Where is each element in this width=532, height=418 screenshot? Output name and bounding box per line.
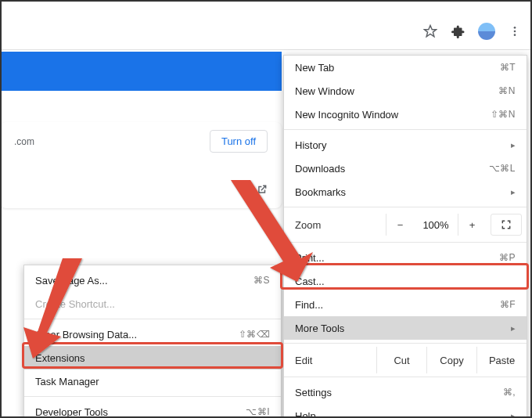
menu-item-label: Save Page As...	[35, 275, 253, 286]
shortcut-text: ⌘T	[500, 62, 516, 73]
menu-bookmarks[interactable]: Bookmarks ▸	[284, 180, 527, 204]
menu-new-incognito[interactable]: New Incognito Window ⇧⌘N	[284, 103, 527, 126]
menu-item-label: New Tab	[295, 62, 500, 74]
puzzle-icon[interactable]	[448, 20, 469, 42]
menu-separator	[284, 377, 527, 377]
menu-item-label: Bookmarks	[295, 186, 511, 198]
svg-marker-0	[425, 25, 437, 36]
menu-separator	[284, 343, 527, 344]
copy-button[interactable]: Copy	[426, 347, 476, 373]
menu-separator	[24, 396, 281, 397]
partial-domain-text: .com	[14, 136, 34, 147]
menu-separator	[24, 319, 281, 319]
shortcut-text: ⇧⌘N	[491, 109, 516, 120]
zoom-in-button[interactable]: +	[458, 214, 486, 236]
content-card: .com Turn off	[0, 122, 282, 208]
browser-toolbar	[0, 13, 532, 50]
menu-item-label: Print...	[295, 252, 499, 264]
shortcut-text: ⇧⌘⌫	[239, 329, 271, 340]
menu-find[interactable]: Find... ⌘F	[284, 293, 527, 316]
more-tools-submenu: Save Page As... ⌘S Create Shortcut... Cl…	[23, 265, 282, 418]
menu-separator	[284, 129, 527, 130]
menu-item-label: Zoom	[295, 219, 386, 231]
menu-item-label: Edit	[295, 355, 376, 366]
zoom-out-button[interactable]: −	[386, 214, 414, 236]
menu-item-label: New Window	[295, 85, 498, 97]
external-link-icon[interactable]	[257, 184, 268, 197]
svg-point-2	[514, 30, 516, 32]
chevron-right-icon: ▸	[511, 323, 516, 333]
submenu-task-manager[interactable]: Task Manager	[24, 369, 281, 393]
menu-item-label: Downloads	[295, 163, 489, 175]
menu-item-label: Task Manager	[35, 376, 270, 387]
menu-more-tools[interactable]: More Tools ▸	[284, 316, 527, 340]
menu-settings[interactable]: Settings ⌘,	[284, 380, 527, 404]
menu-item-label: Cast...	[295, 276, 516, 287]
menu-new-window[interactable]: New Window ⌘N	[284, 79, 527, 103]
menu-zoom: Zoom − 100% +	[284, 211, 527, 239]
menu-item-label: Create Shortcut...	[35, 298, 270, 310]
menu-downloads[interactable]: Downloads ⌥⌘L	[284, 157, 527, 180]
shortcut-text: ⌘F	[500, 299, 516, 310]
shortcut-text: ⌘P	[499, 252, 516, 263]
menu-item-label: History	[295, 139, 511, 151]
menu-item-label: Settings	[295, 387, 503, 398]
menu-item-label: Help	[295, 410, 511, 419]
menu-history[interactable]: History ▸	[284, 133, 527, 157]
submenu-save-page[interactable]: Save Page As... ⌘S	[24, 268, 281, 292]
svg-point-1	[514, 27, 516, 29]
paste-button[interactable]: Paste	[476, 347, 527, 373]
menu-item-label: More Tools	[295, 323, 511, 334]
menu-edit-row: Edit Cut Copy Paste	[284, 347, 527, 373]
menu-item-label: Developer Tools	[35, 406, 246, 418]
menu-item-label: Find...	[295, 299, 500, 311]
submenu-developer-tools[interactable]: Developer Tools ⌥⌘I	[24, 400, 281, 418]
shortcut-text: ⌘N	[498, 85, 516, 96]
menu-print[interactable]: Print... ⌘P	[284, 246, 527, 269]
submenu-create-shortcut: Create Shortcut...	[24, 292, 281, 315]
menu-new-tab[interactable]: New Tab ⌘T	[284, 56, 527, 79]
cut-button[interactable]: Cut	[376, 347, 426, 373]
vertical-dots-icon[interactable]	[504, 20, 526, 42]
bookmark-star-icon[interactable]	[419, 20, 441, 42]
zoom-value: 100%	[414, 219, 458, 231]
chrome-main-menu: New Tab ⌘T New Window ⌘N New Incognito W…	[283, 55, 527, 418]
chevron-right-icon: ▸	[511, 140, 516, 150]
fullscreen-icon[interactable]	[491, 214, 522, 236]
menu-item-label: New Incognito Window	[295, 109, 491, 121]
blue-banner	[0, 50, 282, 91]
menu-help[interactable]: Help ▸	[284, 404, 527, 418]
menu-cast[interactable]: Cast...	[284, 269, 527, 293]
avatar-icon[interactable]	[476, 20, 498, 42]
menu-separator	[284, 242, 527, 243]
shortcut-text: ⌘,	[503, 387, 516, 398]
turn-off-button[interactable]: Turn off	[210, 130, 268, 153]
submenu-clear-browsing-data[interactable]: Clear Browsing Data... ⇧⌘⌫	[24, 323, 281, 346]
shortcut-text: ⌥⌘L	[489, 163, 516, 174]
submenu-extensions[interactable]: Extensions	[24, 346, 281, 369]
shortcut-text: ⌥⌘I	[246, 406, 270, 417]
chevron-right-icon: ▸	[511, 187, 516, 197]
shortcut-text: ⌘S	[253, 275, 270, 286]
menu-item-label: Clear Browsing Data...	[35, 329, 239, 341]
chevron-right-icon: ▸	[511, 411, 516, 419]
menu-separator	[284, 207, 527, 207]
svg-point-3	[514, 34, 516, 36]
menu-item-label: Extensions	[35, 352, 270, 364]
